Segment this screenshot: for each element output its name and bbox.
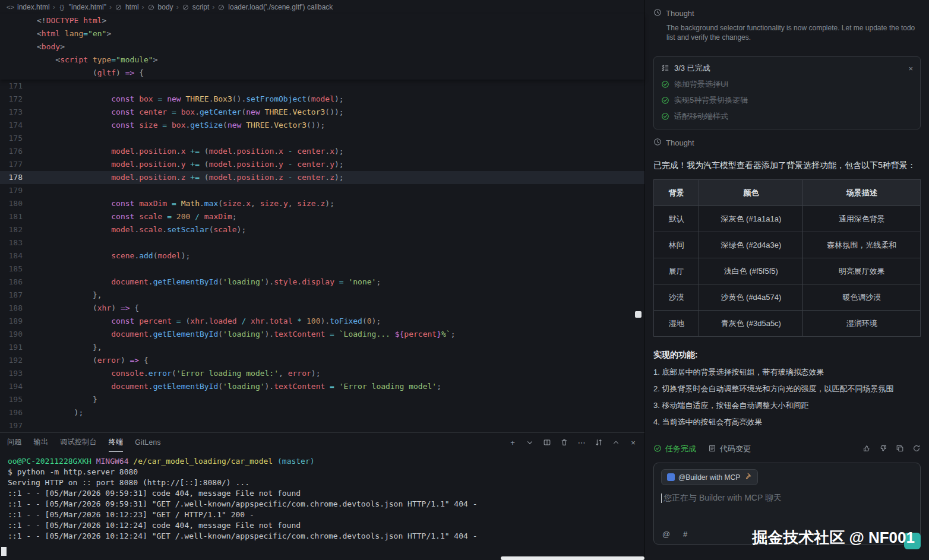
ellipsis-icon: ⋯ xyxy=(577,438,586,447)
code-line-175[interactable]: 175 xyxy=(0,132,644,145)
breadcrumb-item-label: script xyxy=(192,3,210,11)
terminal-line[interactable]: ::1 - - [05/Mar/2026 10:12:23] "GET / HT… xyxy=(8,510,644,520)
sticky-line[interactable]: <!DOCTYPE html> xyxy=(0,14,644,27)
code-line-177[interactable]: 177 model.position.y += (model.position.… xyxy=(0,158,644,171)
sticky-line[interactable]: (gltf) => { xyxy=(0,67,644,80)
panel-tab[interactable]: GitLens xyxy=(135,433,160,452)
terminal-horizontal-scrollbar[interactable] xyxy=(501,556,644,560)
todo-close-button[interactable]: × xyxy=(908,64,913,73)
code-line-194[interactable]: 194 document.getElementById('loading').t… xyxy=(0,380,644,393)
check-circle-icon xyxy=(661,96,669,105)
mention-button[interactable]: @ xyxy=(662,530,671,539)
code-line-188[interactable]: 188 (xhr) => { xyxy=(0,302,644,315)
code-line-187[interactable]: 187 }, xyxy=(0,289,644,302)
swap-button[interactable] xyxy=(595,438,603,447)
sticky-line[interactable]: <html lang="en"> xyxy=(0,27,644,40)
task-done-badge[interactable]: 任务完成 xyxy=(653,444,696,454)
line-number: 180 xyxy=(0,197,23,210)
chip-row: @Builder with MCP xyxy=(661,469,913,485)
line-number: 197 xyxy=(0,419,23,432)
table-cell: 深绿色 (#2d4a3e) xyxy=(699,232,803,258)
sticky-line[interactable]: <script type="module"> xyxy=(0,53,644,67)
code-line-173[interactable]: 173 const center = box.getCenter(new THR… xyxy=(0,106,644,119)
breadcrumb-separator: › xyxy=(109,3,112,11)
thought-clock-wrap-2 xyxy=(653,138,662,148)
diff-wrap xyxy=(708,444,716,454)
terminal-line[interactable]: oo@PC-20211228GXKH MINGW64 /e/car_model_… xyxy=(8,456,644,467)
feature-item: 2. 切换背景时会自动调整环境光和方向光的强度，以匹配不同场景氛围 xyxy=(653,384,921,394)
terminal-line[interactable]: ::1 - - [05/Mar/2026 09:59:31] code 404,… xyxy=(8,488,644,499)
table-cell: 森林氛围，光线柔和 xyxy=(803,232,921,258)
thumbs-up-button[interactable] xyxy=(862,444,871,454)
terminal-line[interactable]: ::1 - - [05/Mar/2026 10:12:24] "GET /.we… xyxy=(8,531,644,542)
line-number: 182 xyxy=(0,223,23,236)
refresh-icon xyxy=(912,444,921,453)
breadcrumb-item[interactable]: loader.load('./scene.gltf') callback xyxy=(216,3,334,11)
code-line-196[interactable]: 196 ); xyxy=(0,406,644,419)
code-line-174[interactable]: 174 const size = box.getSize(new THREE.V… xyxy=(0,119,644,132)
code-line-189[interactable]: 189 const percent = (xhr.loaded / xhr.to… xyxy=(0,315,644,328)
panel-tab[interactable]: 输出 xyxy=(34,433,49,452)
plus-button[interactable]: + xyxy=(508,438,517,447)
refresh-button[interactable] xyxy=(912,444,921,454)
code-line-193[interactable]: 193 console.error('Error loading model:'… xyxy=(0,367,644,380)
thought-header-2[interactable]: Thought xyxy=(653,138,921,148)
copy-button[interactable] xyxy=(896,444,904,454)
assistant-summary: 已完成！我为汽车模型查看器添加了背景选择功能，包含以下5种背景： xyxy=(653,160,921,171)
terminal-output[interactable]: oo@PC-20211228GXKH MINGW64 /e/car_model_… xyxy=(0,452,644,560)
code-line-179[interactable]: 179 xyxy=(0,184,644,197)
code-line-191[interactable]: 191 }, xyxy=(0,341,644,354)
ellipsis-button[interactable]: ⋯ xyxy=(577,438,586,447)
code-line-185[interactable]: 185 xyxy=(0,262,644,276)
code-line-186[interactable]: 186 document.getElementById('loading').s… xyxy=(0,276,644,289)
terminal-line[interactable]: ::1 - - [05/Mar/2026 09:59:31] "GET /.we… xyxy=(8,499,644,510)
editor-scrollbar-thumb[interactable] xyxy=(635,311,642,318)
breadcrumb-item[interactable]: <>index.html xyxy=(5,3,52,11)
split-button[interactable] xyxy=(543,438,551,447)
check-circle-icon xyxy=(661,112,669,121)
code-line-190[interactable]: 190 document.getElementById('loading').t… xyxy=(0,328,644,341)
breadcrumb-item[interactable]: html xyxy=(113,3,141,11)
table-row: 湿地青灰色 (#3d5a5c)湿润环境 xyxy=(654,311,921,337)
code-line-180[interactable]: 180 const maxDim = Math.max(size.x, size… xyxy=(0,197,644,210)
agent-chip[interactable]: @Builder with MCP xyxy=(661,469,758,485)
code-line-182[interactable]: 182 model.scale.setScalar(scale); xyxy=(0,223,644,236)
breadcrumb-item[interactable]: {}"index.html" xyxy=(56,3,108,11)
breadcrumb-item[interactable]: body xyxy=(146,3,175,11)
check-circle-icon xyxy=(653,444,662,453)
thought-header-1[interactable]: Thought xyxy=(653,8,921,18)
code-area[interactable]: 171172 const box = new THREE.Box3().setF… xyxy=(0,80,644,432)
chevron-down-icon xyxy=(526,438,534,447)
terminal-line[interactable]: $ python -m http.server 8080 xyxy=(8,467,644,477)
panel-tab[interactable]: 调试控制台 xyxy=(60,433,97,452)
code-changes-button[interactable]: 代码变更 xyxy=(708,444,751,454)
table-header-cell: 场景描述 xyxy=(803,180,921,206)
sticky-line[interactable]: <body> xyxy=(0,40,644,53)
code-line-184[interactable]: 184 scene.add(model); xyxy=(0,249,644,262)
terminal-line[interactable]: ::1 - - [05/Mar/2026 10:12:24] code 404,… xyxy=(8,520,644,531)
close-icon: × xyxy=(629,438,637,447)
panel-tab[interactable]: 终端 xyxy=(109,433,124,452)
code-line-171[interactable]: 171 xyxy=(0,80,644,93)
code-line-178[interactable]: 178 model.position.z += (model.position.… xyxy=(0,171,644,184)
thumb-down-icon xyxy=(879,444,887,453)
code-line-183[interactable]: 183 xyxy=(0,236,644,249)
terminal-line[interactable]: Serving HTTP on :: port 8080 (http://[::… xyxy=(8,477,644,488)
code-line-172[interactable]: 172 const box = new THREE.Box3().setFrom… xyxy=(0,93,644,106)
chevron-up-button[interactable] xyxy=(612,438,620,447)
code-line-181[interactable]: 181 const scale = 200 / maxDim; xyxy=(0,210,644,223)
code-line-195[interactable]: 195 } xyxy=(0,393,644,406)
thumbs-down-button[interactable] xyxy=(879,444,887,454)
table-cell: 湿润环境 xyxy=(803,311,921,337)
trash-button[interactable] xyxy=(560,438,568,447)
feature-item: 3. 移动端自适应，按钮会自动调整大小和间距 xyxy=(653,400,921,410)
breadcrumb-item[interactable]: script xyxy=(180,3,211,11)
chevron-down-button[interactable] xyxy=(526,438,534,447)
panel-tab[interactable]: 问题 xyxy=(7,433,22,452)
code-line-197[interactable]: 197 xyxy=(0,419,644,432)
tools-wrap xyxy=(744,472,752,482)
code-line-176[interactable]: 176 model.position.x += (model.position.… xyxy=(0,145,644,158)
code-line-192[interactable]: 192 (error) => { xyxy=(0,354,644,367)
hashtag-button[interactable]: # xyxy=(681,530,690,539)
close-button[interactable]: × xyxy=(629,438,637,447)
